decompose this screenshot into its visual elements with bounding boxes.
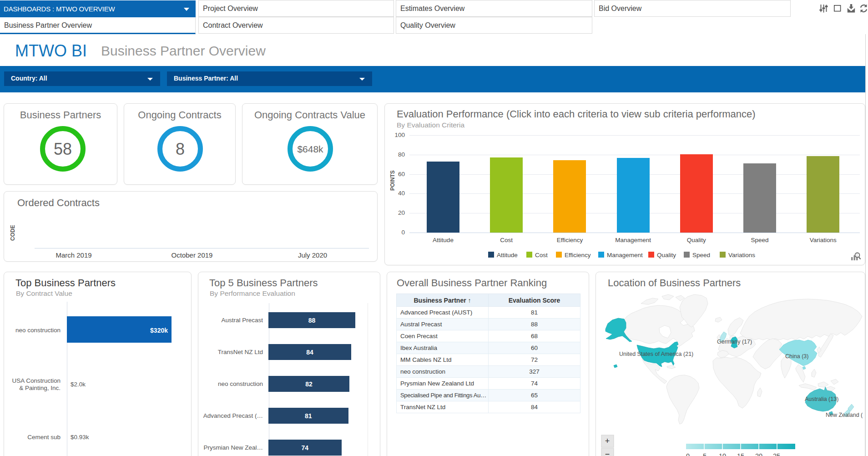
svg-text:New Zealand (: New Zealand (	[826, 412, 863, 418]
svg-text:Australia (13): Australia (13)	[805, 396, 838, 402]
svg-text:20: 20	[755, 452, 762, 456]
svg-text:15: 15	[737, 452, 744, 456]
svg-text:5: 5	[703, 452, 707, 456]
svg-text:25: 25	[773, 452, 780, 456]
svg-text:+: +	[605, 436, 610, 446]
svg-text:10: 10	[719, 452, 726, 456]
svg-text:−: −	[605, 450, 610, 456]
svg-text:Germany (17): Germany (17)	[717, 339, 752, 345]
svg-text:0: 0	[686, 452, 690, 456]
svg-text:United States of America (21): United States of America (21)	[619, 351, 693, 357]
svg-text:China (3): China (3)	[785, 353, 808, 360]
